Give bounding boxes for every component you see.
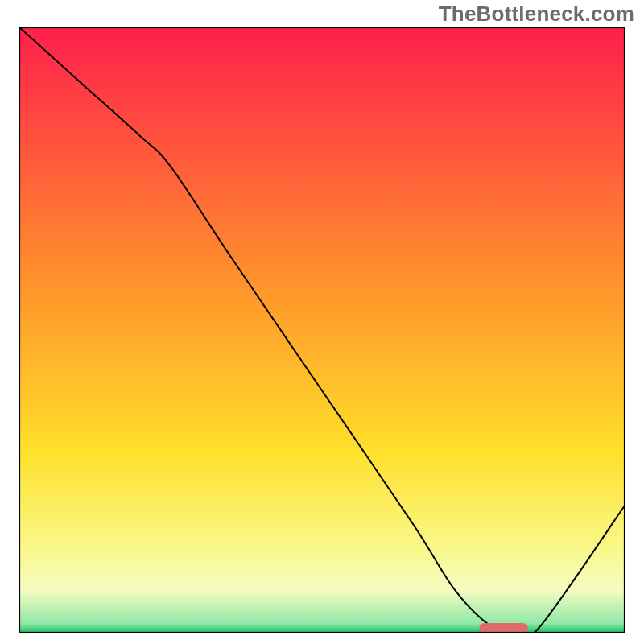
chart-frame: TheBottleneck.com: [0, 0, 644, 644]
bottleneck-chart: [19, 27, 625, 633]
optimal-marker: [480, 623, 528, 633]
plot-background: [19, 27, 625, 633]
watermark-text: TheBottleneck.com: [439, 2, 634, 27]
